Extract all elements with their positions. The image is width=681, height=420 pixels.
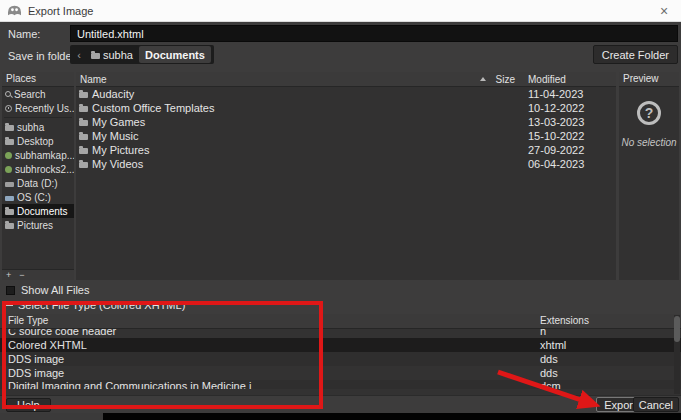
file-row-my-pictures[interactable]: My Pictures 27-09-2022 — [76, 143, 616, 157]
folder-icon — [5, 125, 14, 131]
folder-icon — [91, 53, 100, 59]
column-header-size[interactable]: Size — [490, 74, 516, 85]
place-item-recently-used[interactable]: Recently Us... — [2, 101, 74, 115]
file-type-row-c-source-code-header[interactable]: C source code header h — [0, 329, 681, 338]
file-type-row-dicom-image[interactable]: Digital Imaging and Communications in Me… — [0, 380, 681, 389]
breadcrumb-item-subha[interactable]: subha — [85, 46, 139, 63]
modified-date: 15-10-2022 — [516, 130, 616, 142]
column-header-name[interactable]: Name — [76, 74, 490, 85]
modified-date: 06-04-2023 — [516, 158, 616, 170]
no-selection-text: No selection — [619, 137, 679, 148]
folder-icon — [79, 134, 88, 140]
select-file-type-label: Select File Type (Colored XHTML) — [18, 299, 185, 311]
column-header-modified[interactable]: Modified — [516, 74, 616, 85]
preview-panel: Preview ? No selection — [619, 72, 679, 280]
file-type-table-header[interactable]: File Type Extensions — [0, 314, 681, 329]
help-button[interactable]: Help — [6, 398, 51, 412]
place-item-subhamkap[interactable]: subhamkap... — [2, 148, 74, 162]
place-item-documents[interactable]: Documents — [2, 204, 74, 218]
sort-ascending-icon — [480, 77, 486, 81]
folder-icon — [5, 139, 14, 145]
folder-icon — [79, 162, 88, 168]
file-row-custom-office-templates[interactable]: Custom Office Templates 10-12-2022 — [76, 101, 616, 115]
breadcrumb-item-documents[interactable]: Documents — [139, 46, 211, 63]
file-browser: Places Search Recently Us... subha Deskt… — [2, 72, 679, 280]
file-type-table: File Type Extensions C source code heade… — [0, 314, 681, 395]
modified-date: 11-04-2023 — [516, 88, 616, 100]
file-type-row-colored-xhtml[interactable]: Colored XHTML xhtml — [0, 338, 681, 352]
places-header[interactable]: Places — [2, 72, 74, 87]
show-all-files-label: Show All Files — [21, 284, 89, 296]
place-item-search[interactable]: Search — [2, 87, 74, 101]
preview-header: Preview — [619, 72, 679, 87]
scrollbar-thumb[interactable] — [674, 316, 680, 342]
select-file-type-expander[interactable]: Select File Type (Colored XHTML) — [6, 299, 185, 311]
expander-collapse-icon — [6, 304, 13, 306]
file-row-my-music[interactable]: My Music 15-10-2022 — [76, 129, 616, 143]
question-mark-icon: ? — [637, 101, 661, 125]
user-icon — [5, 152, 12, 159]
background-strip-left — [0, 413, 103, 420]
column-header-extensions: Extensions — [540, 314, 589, 328]
cancel-button[interactable]: Cancel — [633, 397, 679, 412]
background-strip-right — [103, 413, 681, 420]
place-item-pictures[interactable]: Pictures — [2, 218, 74, 232]
place-item-os-drive[interactable]: OS (C:) — [2, 190, 74, 204]
file-type-row-dds-image[interactable]: DDS image dds — [0, 352, 681, 366]
folder-icon — [5, 223, 14, 229]
add-place-button[interactable]: + — [6, 271, 11, 280]
place-item-subha[interactable]: subha — [2, 120, 74, 134]
places-footer: + − — [2, 269, 74, 280]
folder-icon — [79, 92, 88, 98]
breadcrumb: ‹ subha Documents — [70, 45, 214, 64]
show-all-files-checkbox[interactable] — [6, 286, 15, 295]
filename-input[interactable] — [70, 25, 678, 42]
modified-date: 13-03-2023 — [516, 116, 616, 128]
name-label: Name: — [8, 28, 40, 40]
places-separator — [4, 115, 72, 118]
file-row-my-games[interactable]: My Games 13-03-2023 — [76, 115, 616, 129]
modified-date: 27-09-2022 — [516, 144, 616, 156]
user-icon — [5, 166, 12, 173]
place-item-data-drive[interactable]: Data (D:) — [2, 176, 74, 190]
file-row-audacity[interactable]: Audacity 11-04-2023 — [76, 87, 616, 101]
drive-icon — [5, 182, 14, 187]
file-list-header: Name Size Modified — [76, 72, 616, 87]
export-image-dialog: Export Image × Name: Save in folder: ‹ s… — [0, 0, 681, 420]
column-header-file-type: File Type — [0, 315, 48, 326]
close-icon[interactable]: × — [647, 0, 681, 21]
drive-icon — [5, 196, 14, 201]
folder-icon — [79, 148, 88, 154]
file-list-panel: Name Size Modified Audacity 11-04-2023 C… — [76, 72, 616, 280]
title-bar: Export Image × — [0, 0, 681, 22]
folder-icon — [79, 106, 88, 112]
create-folder-button[interactable]: Create Folder — [593, 45, 678, 64]
save-in-folder-label: Save in folder: — [8, 50, 78, 62]
gimp-wilber-icon — [7, 4, 22, 17]
remove-place-button[interactable]: − — [19, 271, 24, 280]
modified-date: 10-12-2022 — [516, 102, 616, 114]
place-item-subhrocks[interactable]: subhrocks2... — [2, 162, 74, 176]
folder-icon — [5, 209, 14, 215]
breadcrumb-back-icon[interactable]: ‹ — [73, 49, 85, 61]
search-icon — [5, 91, 11, 97]
folder-icon — [79, 120, 88, 126]
places-panel: Places Search Recently Us... subha Deskt… — [2, 72, 74, 280]
recent-icon — [5, 105, 12, 112]
show-all-files-row[interactable]: Show All Files — [6, 284, 89, 296]
place-item-desktop[interactable]: Desktop — [2, 134, 74, 148]
file-row-my-videos[interactable]: My Videos 06-04-2023 — [76, 157, 616, 171]
dialog-footer: Help Export Cancel — [0, 395, 681, 413]
file-type-scrollbar[interactable] — [674, 315, 680, 394]
file-type-row-dds-image-2[interactable]: DDS image dds — [0, 366, 681, 380]
window-title: Export Image — [28, 5, 93, 17]
